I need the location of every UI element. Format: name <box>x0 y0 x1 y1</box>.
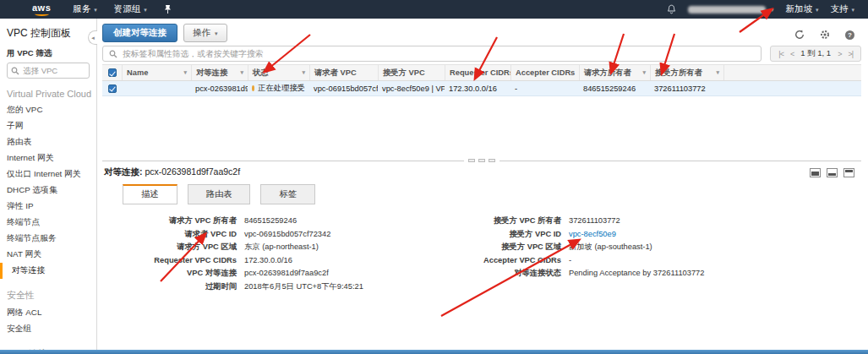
filter-row: |< < 1 到 1, 1 > >| <box>102 46 861 62</box>
accepter-vpc-owner-value: 372611103772 <box>569 215 620 226</box>
sort-caret-icon: ▾ <box>713 69 719 76</box>
pane-layout-toggles <box>810 168 854 177</box>
sort-caret-icon: ▾ <box>237 69 243 76</box>
requester-vpc-region-value: 东京 (ap-northeast-1) <box>244 242 319 253</box>
tab-description[interactable]: 描述 <box>123 184 177 204</box>
chevron-down-icon: ▾ <box>851 7 854 13</box>
pagination: |< < 1 到 1, 1 > >| <box>770 46 861 62</box>
pin-shortcut-icon[interactable] <box>164 4 172 14</box>
column-header-accepter-cidrs[interactable]: Accepter CIDRs <box>510 65 579 80</box>
table-row[interactable]: pcx-0263981d9f7a... 正在处理接受 vpc-06915bd05… <box>102 81 861 96</box>
sidebar-item-endpoints[interactable]: 终端节点 <box>7 215 96 231</box>
expiration-time-value: 2018年6月5日 UTC+8下午9:45:21 <box>244 281 363 292</box>
notifications-bell[interactable] <box>667 4 676 14</box>
search-icon <box>109 50 117 58</box>
vpc-filter-search[interactable] <box>7 63 90 79</box>
tab-tags[interactable]: 标签 <box>260 184 315 204</box>
sidebar: VPC 控制面板 用 VPC 筛选 Virtual Private Cloud … <box>0 19 97 354</box>
sidebar-item-your-vpcs[interactable]: 您的 VPC <box>7 102 96 118</box>
column-header-name[interactable]: Name▾ <box>122 65 191 80</box>
sidebar-collapse-toggle[interactable]: ◄ <box>88 30 97 45</box>
sidebar-section-vpc: Virtual Private Cloud <box>7 89 96 99</box>
filter-box[interactable] <box>102 46 762 62</box>
cell-peering-connection: pcx-0263981d9f7a... <box>191 84 248 93</box>
status-pending-icon <box>252 85 254 91</box>
cell-accepter-owner: 372611103772 <box>650 84 723 93</box>
details-title: 对等连接: pcx-0263981d9f7aa9c2f <box>104 166 240 178</box>
search-icon <box>11 67 19 75</box>
field-label: 接受方 VPC 区域 <box>429 242 569 253</box>
sidebar-section-security: 安全性 <box>7 289 96 302</box>
column-header-accepter-vpc[interactable]: 接受方 VPC <box>378 65 445 80</box>
sort-caret-icon: ▾ <box>640 69 646 76</box>
sidebar-item-security-groups[interactable]: 安全组 <box>7 321 96 337</box>
sidebar-item-egress-only-internet-gateways[interactable]: 仅出口 Internet 网关 <box>7 166 96 182</box>
first-page-button[interactable]: |< <box>778 50 783 58</box>
field-label: 对等连接状态 <box>429 268 569 279</box>
accepter-fields: 接受方 VPC 所有者372611103772 接受方 VPC IDvpc-8e… <box>429 215 704 294</box>
account-name-redacted <box>688 6 766 14</box>
field-label: Accepter VPC CIDRs <box>429 255 569 266</box>
top-navbar: aws 服务 ▾ 资源组 ▾ ▾ 新加坡 ▾ 支持 ▾ <box>0 0 868 19</box>
gear-icon[interactable] <box>820 30 830 40</box>
main-content: 创建对等连接 操作 ▾ ? |< < 1 到 1, 1 > >| Name▾ 对… <box>97 19 868 354</box>
nav-resource-groups[interactable]: 资源组 ▾ <box>114 3 147 15</box>
details-tabs: 描述 路由表 标签 <box>123 184 860 204</box>
accepter-vpc-id-link[interactable]: vpc-8ecf50e9 <box>569 229 616 240</box>
sidebar-item-network-acls[interactable]: 网络 ACL <box>7 305 96 321</box>
sidebar-item-dhcp-option-sets[interactable]: DHCP 选项集 <box>7 182 96 199</box>
column-header-peering-connection[interactable]: 对等连接▾ <box>191 65 248 80</box>
field-label: 接受方 VPC 所有者 <box>429 215 569 226</box>
aws-smile-icon <box>35 12 49 16</box>
tab-route-tables[interactable]: 路由表 <box>188 184 251 204</box>
field-label: Requester VPC CIDRs <box>104 255 244 266</box>
peering-status-value: Pending Acceptance by 372611103772 <box>569 268 704 279</box>
refresh-icon[interactable] <box>794 30 805 40</box>
sidebar-item-internet-gateways[interactable]: Internet 网关 <box>7 150 96 166</box>
column-header-accepter-owner[interactable]: 接受方所有者▾ <box>650 65 723 80</box>
nav-services[interactable]: 服务 ▾ <box>73 3 97 15</box>
column-header-status[interactable]: 状态▾ <box>248 65 309 80</box>
select-all-checkbox[interactable] <box>108 68 117 77</box>
row-checkbox[interactable] <box>108 84 117 93</box>
bell-icon <box>667 4 676 14</box>
column-header-requester-vpc[interactable]: 请求者 VPC <box>309 65 378 80</box>
chevron-down-icon: ▾ <box>144 7 147 13</box>
next-page-button[interactable]: > <box>838 50 841 58</box>
sidebar-title: VPC 控制面板 <box>7 26 96 41</box>
table-empty-space <box>102 96 861 161</box>
cell-status: 正在处理接受 <box>248 83 309 94</box>
sidebar-item-endpoint-services[interactable]: 终端节点服务 <box>7 231 96 247</box>
prev-page-button[interactable]: < <box>790 50 794 58</box>
corner-icons: ? <box>794 30 854 40</box>
account-menu[interactable]: ▾ <box>688 6 774 14</box>
tag-filter-input[interactable] <box>123 49 755 58</box>
toolbar: 创建对等连接 操作 ▾ <box>102 24 861 42</box>
create-peering-connection-button[interactable]: 创建对等连接 <box>102 24 177 42</box>
pane-layout-bottom-small-icon[interactable] <box>827 168 838 177</box>
support-menu[interactable]: 支持 ▾ <box>830 3 854 15</box>
sidebar-item-nat-gateways[interactable]: NAT 网关 <box>7 247 96 263</box>
sidebar-item-elastic-ips[interactable]: 弹性 IP <box>7 199 96 215</box>
sidebar-item-subnets[interactable]: 子网 <box>7 118 96 134</box>
column-header-requester-cidrs[interactable]: Requester CIDRs <box>445 65 510 80</box>
collapse-left-icon: ◄ <box>90 35 96 41</box>
requester-fields: 请求方 VPC 所有者846515259246 请求者 VPC IDvpc-06… <box>104 215 429 294</box>
sidebar-item-route-tables[interactable]: 路由表 <box>7 134 96 150</box>
requester-vpc-owner-value: 846515259246 <box>244 215 297 226</box>
chevron-down-icon: ▾ <box>816 7 819 13</box>
accepter-vpc-region-value: 新加坡 (ap-southeast-1) <box>569 242 652 253</box>
aws-logo[interactable]: aws <box>32 3 51 16</box>
chevron-down-icon: ▾ <box>94 7 97 13</box>
vpc-search-input[interactable] <box>23 66 82 75</box>
help-icon[interactable]: ? <box>845 30 854 40</box>
pane-layout-top-small-icon[interactable] <box>843 168 854 177</box>
column-header-requester-owner[interactable]: 请求方所有者▾ <box>579 65 650 80</box>
pane-layout-bottom-large-icon[interactable] <box>810 168 821 177</box>
cell-requester-cidrs: 172.30.0.0/16 <box>445 84 510 93</box>
sidebar-item-peering-connections[interactable]: 对等连接 <box>0 263 96 279</box>
last-page-button[interactable]: >| <box>848 50 853 58</box>
actions-button[interactable]: 操作 ▾ <box>183 24 227 42</box>
chevron-down-icon: ▾ <box>771 7 774 13</box>
region-selector[interactable]: 新加坡 ▾ <box>785 3 818 15</box>
